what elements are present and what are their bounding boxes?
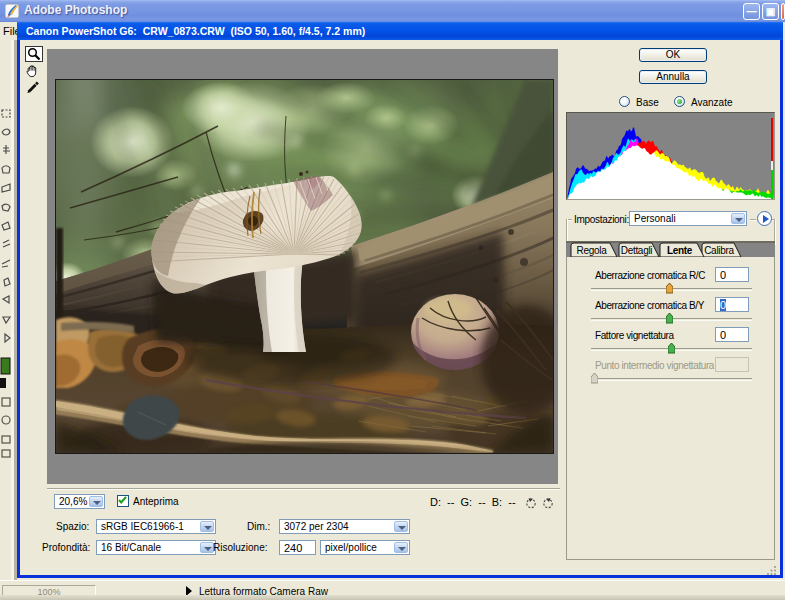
svg-text:Lente: Lente xyxy=(667,245,693,256)
svg-text:Calibra: Calibra xyxy=(704,245,734,256)
svg-text:Regola: Regola xyxy=(577,245,608,256)
svg-text:Dettagli: Dettagli xyxy=(621,245,653,256)
